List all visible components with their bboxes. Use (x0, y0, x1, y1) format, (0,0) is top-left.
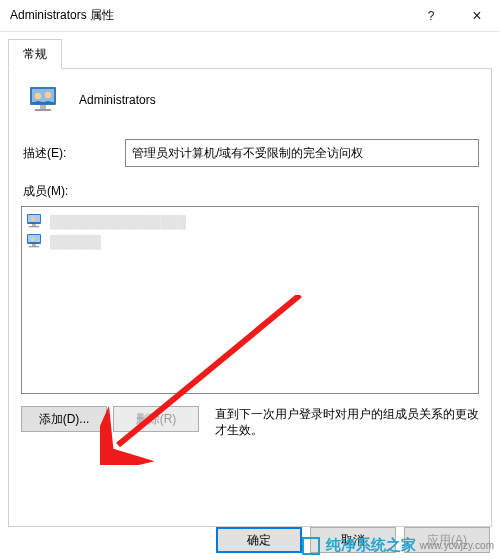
user-icon (26, 212, 44, 230)
svg-rect-14 (29, 246, 39, 247)
window-title: Administrators 属性 (10, 7, 408, 24)
svg-rect-13 (32, 244, 36, 246)
members-label: 成员(M): (21, 183, 479, 200)
user-icon (26, 232, 44, 250)
list-item[interactable]: ████████████████ (26, 211, 474, 231)
description-input[interactable] (125, 139, 479, 167)
close-icon: × (472, 7, 481, 25)
list-item[interactable]: ██████ (26, 231, 474, 251)
group-header: Administrators (21, 83, 479, 117)
svg-rect-9 (29, 226, 39, 227)
group-icon (27, 83, 61, 117)
svg-point-10 (31, 217, 35, 221)
dialog-buttons: 确定 取消 应用(A) (216, 527, 490, 553)
svg-rect-8 (32, 224, 36, 226)
svg-rect-2 (40, 105, 46, 109)
description-label: 描述(E): (21, 139, 125, 162)
apply-button: 应用(A) (404, 527, 490, 553)
help-icon: ? (428, 9, 435, 23)
remove-button: 删除(R) (113, 406, 199, 432)
help-button[interactable]: ? (408, 0, 454, 32)
add-button[interactable]: 添加(D)... (21, 406, 107, 432)
tab-general[interactable]: 常规 (8, 39, 62, 69)
tab-panel-general: Administrators 描述(E): 成员(M): (8, 69, 492, 527)
tabstrip: 常规 (8, 38, 492, 69)
members-listbox[interactable]: ████████████████ ██████ (21, 206, 479, 394)
group-name: Administrators (79, 93, 156, 107)
close-button[interactable]: × (454, 0, 500, 32)
note-text: 直到下一次用户登录时对用户的组成员关系的更改才生效。 (215, 406, 479, 438)
svg-rect-3 (35, 109, 51, 111)
svg-point-5 (45, 92, 51, 98)
member-name: ██████ (50, 235, 94, 247)
svg-point-4 (35, 93, 41, 99)
description-row: 描述(E): (21, 139, 479, 167)
ok-button[interactable]: 确定 (216, 527, 302, 553)
cancel-button[interactable]: 取消 (310, 527, 396, 553)
svg-point-15 (31, 237, 35, 241)
member-name: ████████████████ (50, 215, 146, 227)
titlebar: Administrators 属性 ? × (0, 0, 500, 32)
member-buttons-row: 添加(D)... 删除(R) 直到下一次用户登录时对用户的组成员关系的更改才生效… (21, 406, 479, 438)
content-area: 常规 Administrators 描述(E): 成员(M (0, 32, 500, 535)
